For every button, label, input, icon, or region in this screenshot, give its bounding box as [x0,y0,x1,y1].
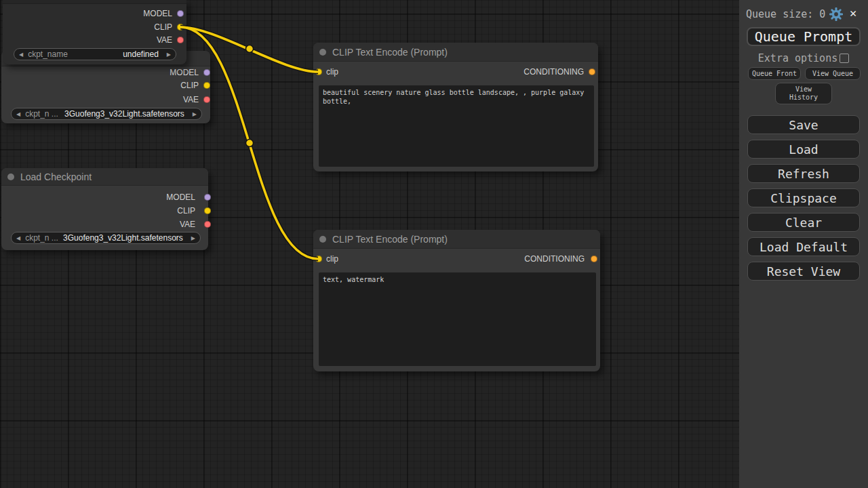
node-load-checkpoint[interactable]: Load Checkpoint MODEL CLIP VAE ◀ ckpt_n … [1,168,208,250]
node-header[interactable] [3,0,186,4]
clear-button[interactable]: Clear [747,213,860,232]
settings-gear-icon[interactable] [829,7,843,24]
output-label-vae: VAE [180,220,195,229]
output-label-conditioning: CONDITIONING [524,67,584,77]
clipspace-button[interactable]: Clipspace [747,188,860,207]
node-title: CLIP Text Encode (Prompt) [332,47,448,58]
widget-prev-arrow-icon[interactable]: ◀ [16,235,20,241]
output-slot-vae[interactable] [203,96,210,103]
output-label-conditioning: CONDITIONING [524,254,585,264]
link-midpoint-dot[interactable] [246,45,254,53]
output-slot-model[interactable] [204,194,211,201]
widget-label: ckpt_n ... [25,233,58,243]
widget-prev-arrow-icon[interactable]: ◀ [19,52,23,58]
input-label-clip: clip [326,254,338,264]
prompt-textarea[interactable]: beautiful scenery nature glass bottle la… [319,85,594,167]
widget-label: ckpt_n ... [25,109,58,119]
queue-size-label: Queue size: 0 [746,8,825,20]
output-label-vae: VAE [183,95,199,104]
reset-view-button[interactable]: Reset View [747,262,860,281]
view-history-button[interactable]: View History [775,83,832,104]
widget-value: undefined [123,49,159,59]
output-label-clip: CLIP [154,22,172,32]
output-label-model: MODEL [170,68,199,77]
output-slot-conditioning[interactable] [591,256,597,262]
collapse-dot-icon[interactable] [7,174,14,180]
save-button[interactable]: Save [747,115,860,134]
output-label-vae: VAE [157,35,172,45]
widget-next-arrow-icon[interactable]: ▶ [167,52,171,58]
widget-value: 3Guofeng3_v32Light.safetensors [64,109,184,119]
widget-prev-arrow-icon[interactable]: ◀ [16,111,20,117]
node-load-checkpoint-a[interactable]: MODEL CLIP VAE ◀ ckpt_name undefined ▶ [3,0,186,64]
ckpt-name-widget[interactable]: ◀ ckpt_n ... 3Guofeng3_v32Light.safetens… [11,232,201,244]
node-header[interactable]: CLIP Text Encode (Prompt) [313,230,600,249]
load-default-button[interactable]: Load Default [747,237,860,256]
node-title: CLIP Text Encode (Prompt) [332,234,448,245]
close-icon[interactable]: ✕ [850,6,856,20]
collapse-dot-icon[interactable] [319,49,326,56]
input-slot-clip[interactable] [315,68,322,75]
link-midpoint-dot[interactable] [246,140,254,147]
view-queue-button[interactable]: View Queue [805,67,861,80]
output-slot-clip[interactable] [177,24,184,30]
comfy-menu: Queue size: 0 ✕ Queue Prompt Extra optio… [739,0,868,488]
widget-next-arrow-icon[interactable]: ▶ [193,111,197,117]
output-label-model: MODEL [143,9,172,18]
node-clip-text-encode-negative[interactable]: CLIP Text Encode (Prompt) clip CONDITION… [313,230,600,371]
extra-options-checkbox[interactable] [840,54,849,63]
refresh-button[interactable]: Refresh [747,164,860,183]
node-title: Load Checkpoint [20,171,92,182]
extra-options-label: Extra options [758,52,837,64]
node-clip-text-encode-positive[interactable]: CLIP Text Encode (Prompt) clip CONDITION… [313,43,598,171]
widget-next-arrow-icon[interactable]: ▶ [191,235,195,241]
node-header[interactable]: Load Checkpoint [1,168,208,186]
widget-label: ckpt_name [28,49,68,59]
node-graph-canvas[interactable]: MODEL CLIP VAE ◀ ckpt_n ... 3Guofeng3_v3… [0,0,868,488]
output-slot-vae[interactable] [177,37,184,43]
output-slot-clip[interactable] [203,82,210,89]
input-label-clip: clip [326,67,338,77]
prompt-textarea[interactable]: text, watermark [319,272,596,366]
ckpt-name-widget[interactable]: ◀ ckpt_name undefined ▶ [14,48,176,60]
output-slot-model[interactable] [203,69,210,76]
extra-options-row: Extra options [739,53,868,64]
output-label-model: MODEL [166,192,195,202]
input-slot-clip[interactable] [315,256,322,262]
collapse-dot-icon[interactable] [319,236,326,243]
output-slot-vae[interactable] [204,221,211,228]
load-button[interactable]: Load [747,140,860,159]
output-slot-clip[interactable] [204,207,211,214]
queue-front-button[interactable]: Queue Front [748,67,801,80]
output-slot-model[interactable] [177,10,184,17]
widget-value: 3Guofeng3_v32Light.safetensors [63,233,183,243]
output-label-clip: CLIP [180,81,199,90]
output-label-clip: CLIP [177,206,195,216]
node-header[interactable]: CLIP Text Encode (Prompt) [313,43,598,62]
output-slot-conditioning[interactable] [589,68,595,75]
ckpt-name-widget[interactable]: ◀ ckpt_n ... 3Guofeng3_v32Light.safetens… [11,108,202,120]
queue-prompt-button[interactable]: Queue Prompt [747,27,861,46]
